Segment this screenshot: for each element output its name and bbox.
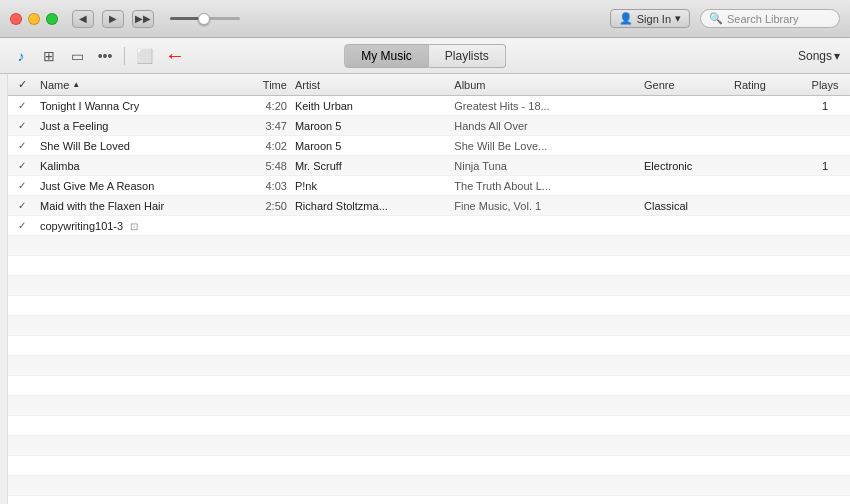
row-name: Just Give Me A Reason [36,180,246,192]
empty-row [8,236,850,256]
empty-row [8,316,850,336]
header-genre[interactable]: Genre [640,79,730,91]
header-time[interactable]: Time [246,79,291,91]
main-content: ✓ Name ▲ Time Artist Album Genre Rating … [8,74,850,504]
header-check: ✓ [8,78,36,91]
close-button[interactable] [10,13,22,25]
row-name: Kalimba [36,160,246,172]
search-box[interactable]: 🔍 Search Library [700,9,840,28]
row-album: She Will Be Love... [450,140,640,152]
row-time: 4:03 [246,180,291,192]
row-artist: Mr. Scruff [291,160,450,172]
row-artist: Maroon 5 [291,120,450,132]
empty-row [8,456,850,476]
sign-in-button[interactable]: 👤 Sign In ▾ [610,9,690,28]
empty-row [8,336,850,356]
volume-thumb [198,13,210,25]
play-button[interactable]: ▶ [102,10,124,28]
row-artist: Richard Stoltzma... [291,200,450,212]
table-row[interactable]: ✓ Kalimba 5:48 Mr. Scruff Ninja Tuna Ele… [8,156,850,176]
display-icon[interactable]: ▭ [66,45,88,67]
row-album: Fine Music, Vol. 1 [450,200,640,212]
skip-icon: ▶▶ [135,13,151,24]
empty-row [8,376,850,396]
row-plays: 1 [800,100,850,112]
row-check: ✓ [8,220,36,231]
tab-playlists[interactable]: Playlists [429,44,506,68]
content-area: ✓ Name ▲ Time Artist Album Genre Rating … [0,74,850,504]
songs-button[interactable]: Songs ▾ [798,49,840,63]
table-row[interactable]: ✓ She Will Be Loved 4:02 Maroon 5 She Wi… [8,136,850,156]
table-body: ✓ Tonight I Wanna Cry 4:20 Keith Urban G… [8,96,850,504]
row-time: 2:50 [246,200,291,212]
empty-row [8,436,850,456]
row-check: ✓ [8,180,36,191]
back-icon: ◀ [79,13,87,24]
table-row[interactable]: ✓ Just Give Me A Reason 4:03 P!nk The Tr… [8,176,850,196]
header-album[interactable]: Album [450,79,640,91]
empty-row [8,276,850,296]
row-album: Greatest Hits - 18... [450,100,640,112]
sign-in-label: Sign In [637,13,671,25]
row-name: Just a Feeling [36,120,246,132]
sort-icon: ▲ [72,80,80,89]
sidebar-toggle-icon[interactable]: ⬜ [133,45,155,67]
title-bar: ◀ ▶ ▶▶ 👤 Sign In ▾ 🔍 Search Library [0,0,850,38]
copywriting-row[interactable]: ✓ copywriting101-3 ⊡ [8,216,850,236]
grid-view-icon[interactable]: ⊞ [38,45,60,67]
tab-my-music[interactable]: My Music [344,44,429,68]
toolbar: ♪ ⊞ ▭ ••• ⬜ ← My Music Playlists Songs ▾ [0,38,850,74]
search-icon: 🔍 [709,12,723,25]
header-plays[interactable]: Plays [800,79,850,91]
row-album: The Truth About L... [450,180,640,192]
row-time: 4:20 [246,100,291,112]
row-plays: 1 [800,160,850,172]
empty-row [8,356,850,376]
row-time: 4:02 [246,140,291,152]
table-header: ✓ Name ▲ Time Artist Album Genre Rating … [8,74,850,96]
more-options-icon[interactable]: ••• [94,45,116,67]
table-row[interactable]: ✓ Maid with the Flaxen Hair 2:50 Richard… [8,196,850,216]
empty-row [8,396,850,416]
back-button[interactable]: ◀ [72,10,94,28]
volume-fill [170,17,200,20]
play-icon: ▶ [109,13,117,24]
account-icon: 👤 [619,12,633,25]
row-time: 3:47 [246,120,291,132]
playback-controls: ◀ ▶ ▶▶ [72,10,240,28]
table-row[interactable]: ✓ Just a Feeling 3:47 Maroon 5 Hands All… [8,116,850,136]
minimize-button[interactable] [28,13,40,25]
music-icon[interactable]: ♪ [10,45,32,67]
chevron-down-icon: ▾ [675,12,681,25]
search-placeholder: Search Library [727,13,799,25]
row-check: ✓ [8,200,36,211]
table-row[interactable]: ✓ Tonight I Wanna Cry 4:20 Keith Urban G… [8,96,850,116]
traffic-lights [10,13,58,25]
row-album: Hands All Over [450,120,640,132]
skip-button[interactable]: ▶▶ [132,10,154,28]
header-rating[interactable]: Rating [730,79,800,91]
tab-group: My Music Playlists [344,44,506,68]
empty-row [8,476,850,496]
row-artist: Keith Urban [291,100,450,112]
songs-label: Songs [798,49,832,63]
header-name[interactable]: Name ▲ [36,79,246,91]
row-check: ✓ [8,140,36,151]
row-album: Ninja Tuna [450,160,640,172]
row-name: She Will Be Loved [36,140,246,152]
songs-chevron-icon: ▾ [834,49,840,63]
row-genre: Classical [640,200,730,212]
maximize-button[interactable] [46,13,58,25]
sidebar [0,74,8,504]
empty-row [8,256,850,276]
row-artist: P!nk [291,180,450,192]
row-time: 5:48 [246,160,291,172]
row-name: Maid with the Flaxen Hair [36,200,246,212]
title-bar-right: 👤 Sign In ▾ 🔍 Search Library [610,9,840,28]
row-check: ✓ [8,120,36,131]
header-artist[interactable]: Artist [291,79,450,91]
arrow-annotation: ← [165,44,185,67]
volume-slider[interactable] [170,17,240,20]
row-check: ✓ [8,100,36,111]
row-artist: Maroon 5 [291,140,450,152]
